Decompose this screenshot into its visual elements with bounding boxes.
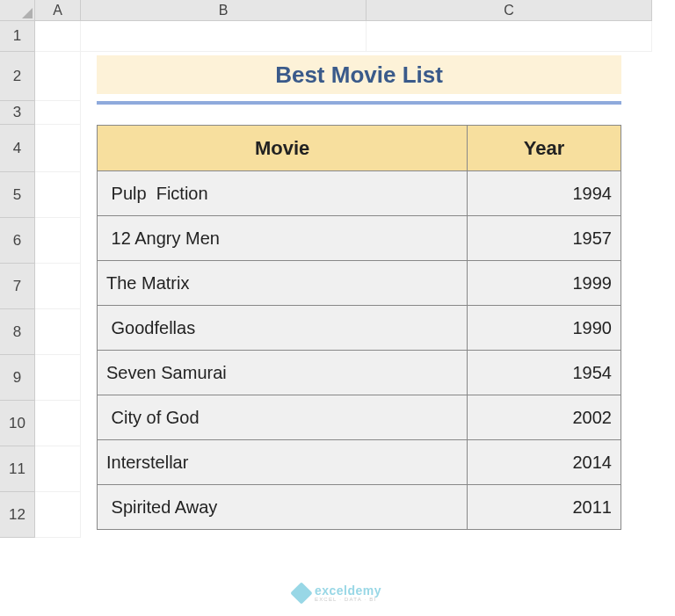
cell-A3[interactable] — [35, 101, 81, 125]
row-header-6[interactable]: 6 — [0, 218, 35, 264]
movie-table: Movie Year Pulp Fiction1994 12 Angry Men… — [97, 125, 621, 530]
watermark-tag: EXCEL · DATA · BI — [315, 597, 381, 602]
row-header-4[interactable]: 4 — [0, 125, 35, 172]
cell-A11[interactable] — [35, 446, 81, 492]
cell-year[interactable]: 2014 — [468, 440, 621, 485]
cell-A2[interactable] — [35, 52, 81, 101]
table-row[interactable]: City of God2002 — [98, 395, 621, 440]
cell-B1[interactable] — [81, 21, 367, 52]
cell-movie[interactable]: Pulp Fiction — [98, 171, 468, 216]
table-row[interactable]: Goodfellas1990 — [98, 306, 621, 351]
row-header-2[interactable]: 2 — [0, 52, 35, 101]
cell-year[interactable]: 1990 — [468, 306, 621, 351]
watermark-logo-icon — [290, 582, 312, 604]
table-row[interactable]: 12 Angry Men1957 — [98, 216, 621, 261]
col-header-C[interactable]: C — [367, 0, 652, 21]
cell-movie[interactable]: City of God — [98, 395, 468, 440]
row-header-11[interactable]: 11 — [0, 446, 35, 492]
cell-A4[interactable] — [35, 125, 81, 172]
cell-A12[interactable] — [35, 492, 81, 538]
col-movie[interactable]: Movie — [98, 126, 468, 171]
cell-A5[interactable] — [35, 172, 81, 218]
cell-year[interactable]: 1999 — [468, 261, 621, 306]
table-row[interactable]: Spirited Away2011 — [98, 485, 621, 530]
cell-year[interactable]: 2011 — [468, 485, 621, 530]
row-header-10[interactable]: 10 — [0, 401, 35, 446]
cell-movie[interactable]: Goodfellas — [98, 306, 468, 351]
cell-A10[interactable] — [35, 401, 81, 446]
cell-C1[interactable] — [367, 21, 652, 52]
row-header-9[interactable]: 9 — [0, 355, 35, 401]
cell-year[interactable]: 1954 — [468, 351, 621, 395]
cell-A7[interactable] — [35, 264, 81, 309]
watermark: exceldemy EXCEL · DATA · BI — [294, 584, 381, 602]
cell-movie[interactable]: The Matrix — [98, 261, 468, 306]
table-header-row: Movie Year — [98, 126, 621, 171]
cell-movie[interactable]: Interstellar — [98, 440, 468, 485]
spreadsheet-grid: A B C 1 2 Best Movie List 3 4 Movie Year… — [0, 0, 675, 538]
cell-year[interactable]: 1994 — [468, 171, 621, 216]
row-header-8[interactable]: 8 — [0, 309, 35, 355]
row-header-1[interactable]: 1 — [0, 21, 35, 52]
table-row[interactable]: The Matrix1999 — [98, 261, 621, 306]
col-header-B[interactable]: B — [81, 0, 367, 21]
page-title: Best Movie List — [97, 55, 621, 94]
col-year[interactable]: Year — [468, 126, 621, 171]
cell-movie[interactable]: 12 Angry Men — [98, 216, 468, 261]
cell-year[interactable]: 2002 — [468, 395, 621, 440]
cell-A6[interactable] — [35, 218, 81, 264]
row-header-3[interactable]: 3 — [0, 101, 35, 125]
cell-movie[interactable]: Seven Samurai — [98, 351, 468, 395]
select-all-corner[interactable] — [0, 0, 35, 21]
row-header-7[interactable]: 7 — [0, 264, 35, 309]
cell-A1[interactable] — [35, 21, 81, 52]
table-row[interactable]: Interstellar2014 — [98, 440, 621, 485]
cell-A9[interactable] — [35, 355, 81, 401]
watermark-brand: exceldemy — [315, 584, 381, 597]
row-header-12[interactable]: 12 — [0, 492, 35, 538]
cell-A8[interactable] — [35, 309, 81, 355]
table-row[interactable]: Seven Samurai1954 — [98, 351, 621, 395]
cell-movie[interactable]: Spirited Away — [98, 485, 468, 530]
table-row[interactable]: Pulp Fiction1994 — [98, 171, 621, 216]
cell-year[interactable]: 1957 — [468, 216, 621, 261]
row-header-5[interactable]: 5 — [0, 172, 35, 218]
col-header-A[interactable]: A — [35, 0, 81, 21]
title-underline — [97, 101, 621, 105]
